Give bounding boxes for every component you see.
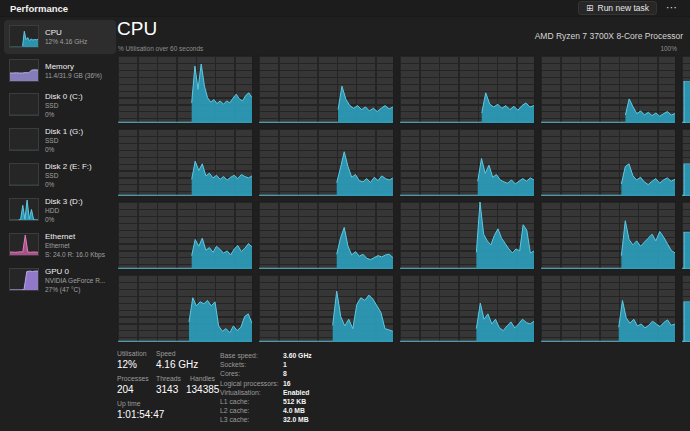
detail-row-logical-processors: Logical processors:16 bbox=[220, 380, 312, 389]
sidebar-item-label: CPU bbox=[45, 28, 87, 38]
detail-label: L3 cache: bbox=[220, 416, 283, 423]
detail-value: 4.0 MB bbox=[283, 407, 305, 414]
sidebar-item-disk-1-g[interactable]: Disk 1 (G:)SSD0% bbox=[4, 123, 116, 158]
processor-name: AMD Ryzen 7 3700X 8-Core Processor bbox=[340, 31, 683, 41]
threads-label: Threads bbox=[156, 375, 181, 382]
cpu-graph-7 bbox=[540, 128, 676, 197]
gpu-0-thumbnail bbox=[9, 268, 39, 291]
detail-value: 512 KB bbox=[283, 398, 306, 405]
cpu-graph-edge-2 bbox=[681, 201, 690, 270]
sidebar-item-cpu[interactable]: CPU12% 4.16 GHz bbox=[4, 20, 116, 54]
detail-value: 8 bbox=[283, 370, 287, 377]
detail-row-virtualisation: Virtualisation:Enabled bbox=[220, 389, 312, 398]
utilisation-label: Utilisation bbox=[117, 350, 146, 357]
detail-label: L1 cache: bbox=[220, 398, 283, 405]
sidebar-item-label: Disk 1 (G:) bbox=[45, 127, 83, 137]
cpu-graph-edge-0 bbox=[681, 55, 690, 124]
cpu-graph-1 bbox=[258, 55, 394, 124]
chart-axis-label: % Utilisation over 60 seconds bbox=[118, 45, 203, 52]
sidebar-item-ethernet[interactable]: EthernetEthernetS: 24.0 R: 16.0 Kbps bbox=[4, 228, 116, 263]
handles-value: 134385 bbox=[186, 384, 219, 395]
detail-label: Virtualisation: bbox=[220, 389, 283, 396]
detail-label: Sockets: bbox=[220, 361, 283, 368]
cpu-graph-5 bbox=[258, 128, 394, 197]
sidebar-item-label: Disk 3 (D:) bbox=[45, 197, 83, 207]
cpu-graph-12 bbox=[117, 274, 253, 343]
disk-0-c-thumbnail bbox=[9, 93, 39, 116]
cpu-graph-9 bbox=[258, 201, 394, 270]
titlebar: Performance ⊞ Run new task ⋯ bbox=[0, 0, 690, 17]
detail-label: L2 cache: bbox=[220, 407, 283, 414]
threads-value: 3143 bbox=[156, 384, 178, 395]
detail-value: 16 bbox=[283, 380, 291, 387]
handles-label: Handles bbox=[190, 375, 215, 382]
cpu-graph-0 bbox=[117, 55, 253, 124]
disk-3-d-thumbnail bbox=[9, 198, 39, 221]
sidebar-item-label: Disk 2 (E: F:) bbox=[45, 162, 92, 172]
sidebar-item-sub: NVIDIA GeForce R... bbox=[45, 277, 105, 286]
sidebar-item-disk-2-e-f[interactable]: Disk 2 (E: F:)SSD0% bbox=[4, 158, 116, 193]
cpu-graph-6 bbox=[399, 128, 535, 197]
disk-2-e-f-thumbnail bbox=[9, 163, 39, 186]
memory-thumbnail bbox=[9, 59, 39, 82]
page-title: Performance bbox=[10, 3, 68, 14]
run-new-task-icon: ⊞ bbox=[586, 3, 594, 13]
speed-value: 4.16 GHz bbox=[156, 359, 198, 370]
detail-row-l3-cache: L3 cache:32.0 MB bbox=[220, 416, 312, 425]
sidebar-item-sub: SSD bbox=[45, 102, 83, 111]
uptime-value: 1:01:54:47 bbox=[117, 409, 164, 420]
cpu-heading: CPU bbox=[117, 18, 157, 40]
sidebar-item-sub: 12% 4.16 GHz bbox=[45, 38, 87, 47]
sidebar-item-sub: SSD bbox=[45, 137, 83, 146]
chart-axis-max-label: 100% bbox=[600, 45, 677, 52]
detail-row-base-speed: Base speed:3.60 GHz bbox=[220, 352, 312, 361]
detail-label: Logical processors: bbox=[220, 380, 283, 387]
cpu-graph-14 bbox=[399, 274, 535, 343]
sidebar-item-label: Disk 0 (C:) bbox=[45, 92, 83, 102]
detail-value: Enabled bbox=[283, 389, 309, 396]
sidebar-item-sub: 0% bbox=[45, 146, 83, 155]
cpu-thumbnail bbox=[9, 25, 39, 48]
detail-row-cores: Cores:8 bbox=[220, 370, 312, 379]
sidebar-item-label: Memory bbox=[45, 62, 102, 72]
processes-label: Processes bbox=[117, 375, 149, 382]
sidebar-item-sub: HDD bbox=[45, 207, 83, 216]
detail-row-l1-cache: L1 cache:512 KB bbox=[220, 398, 312, 407]
cpu-graph-3 bbox=[540, 55, 676, 124]
cpu-graph-4 bbox=[117, 128, 253, 197]
sidebar-item-memory[interactable]: Memory11.4/31.9 GB (36%) bbox=[4, 54, 116, 88]
detail-row-sockets: Sockets:1 bbox=[220, 361, 312, 370]
sidebar-item-label: GPU 0 bbox=[45, 267, 105, 277]
cpu-graph-15 bbox=[540, 274, 676, 343]
detail-label: Cores: bbox=[220, 370, 283, 377]
run-new-task-button[interactable]: ⊞ Run new task bbox=[578, 1, 657, 15]
sidebar-item-disk-0-c[interactable]: Disk 0 (C:)SSD0% bbox=[4, 88, 116, 123]
sidebar-item-gpu-0[interactable]: GPU 0NVIDIA GeForce R...27% (47 °C) bbox=[4, 263, 116, 298]
processes-value: 204 bbox=[117, 384, 134, 395]
detail-label: Base speed: bbox=[220, 352, 283, 359]
detail-value: 3.60 GHz bbox=[283, 352, 312, 359]
cpu-graph-10 bbox=[399, 201, 535, 270]
sidebar-item-sub: S: 24.0 R: 16.0 Kbps bbox=[45, 251, 105, 260]
ethernet-thumbnail bbox=[9, 233, 39, 256]
utilisation-value: 12% bbox=[117, 359, 137, 370]
disk-1-g-thumbnail bbox=[9, 128, 39, 151]
detail-value: 1 bbox=[283, 361, 287, 368]
cpu-graph-edge-1 bbox=[681, 128, 690, 197]
sidebar-item-sub: SSD bbox=[45, 172, 92, 181]
detail-row-l2-cache: L2 cache:4.0 MB bbox=[220, 407, 312, 416]
cpu-graph-edge-3 bbox=[681, 274, 690, 343]
uptime-label: Up time bbox=[117, 400, 140, 407]
cpu-graph-8 bbox=[117, 201, 253, 270]
logical-processors-grid bbox=[117, 55, 690, 345]
more-options-icon[interactable]: ⋯ bbox=[662, 0, 682, 15]
sidebar-item-disk-3-d[interactable]: Disk 3 (D:)HDD0% bbox=[4, 193, 116, 228]
sidebar-item-sub: 0% bbox=[45, 111, 83, 120]
speed-label: Speed bbox=[156, 350, 176, 357]
detail-value: 32.0 MB bbox=[283, 416, 309, 423]
sidebar-item-sub: 0% bbox=[45, 181, 92, 190]
cpu-graph-11 bbox=[540, 201, 676, 270]
sidebar-item-sub: 27% (47 °C) bbox=[45, 286, 105, 295]
sidebar-item-label: Ethernet bbox=[45, 232, 105, 242]
performance-sidebar: CPU12% 4.16 GHzMemory11.4/31.9 GB (36%)D… bbox=[4, 20, 116, 298]
